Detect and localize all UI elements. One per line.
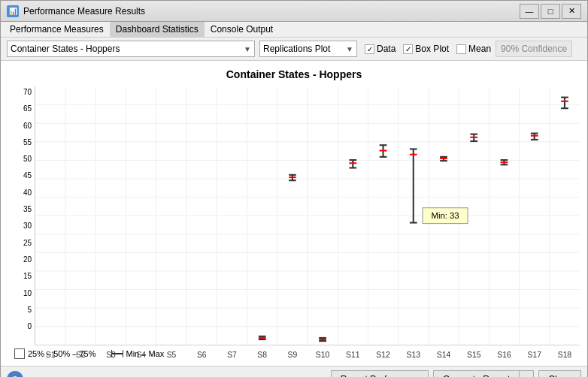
maximize-button[interactable]: □	[541, 4, 560, 19]
legend-quartile-label: 25% – 50% – 75%	[28, 349, 96, 358]
y-label-5: 5	[27, 306, 32, 314]
svg-text:S15: S15	[467, 351, 481, 359]
svg-text:S1: S1	[46, 351, 56, 359]
help-button[interactable]: ?	[7, 371, 23, 377]
svg-text:S18: S18	[558, 351, 572, 359]
generate-report-split-button: Generate Report ▼	[433, 370, 534, 377]
close-window-button[interactable]: ✕	[562, 4, 581, 19]
svg-text:S13: S13	[407, 351, 421, 359]
svg-text:S14: S14	[437, 351, 451, 359]
minimize-button[interactable]: —	[520, 4, 539, 19]
confidence-label: 90% Confidence	[496, 41, 572, 57]
chart-content: 70 65 60 55 50 45 40 35 30 25 20 15 10 5…	[8, 86, 580, 345]
mean-checkbox-item[interactable]: Mean	[456, 44, 491, 54]
y-label-60: 60	[23, 122, 32, 130]
y-axis: 70 65 60 55 50 45 40 35 30 25 20 15 10 5…	[8, 86, 35, 345]
box-plot-checkbox[interactable]: ✓	[403, 44, 413, 54]
bottom-bar: ? Report Preferences Generate Report ▼ C…	[1, 366, 587, 377]
series-dropdown-value: Container States - Hoppers	[11, 44, 241, 54]
svg-text:S7: S7	[227, 351, 237, 359]
svg-text:S5: S5	[167, 351, 177, 359]
y-label-45: 45	[23, 171, 32, 179]
report-preferences-button[interactable]: Report Preferences	[331, 370, 429, 377]
window-title: Performance Measure Results	[23, 6, 145, 17]
y-label-50: 50	[23, 155, 32, 163]
svg-text:S10: S10	[316, 351, 330, 359]
mean-checkbox[interactable]	[456, 44, 466, 54]
box-plot-checkbox-item[interactable]: ✓ Box Plot	[403, 44, 449, 54]
y-label-65: 65	[23, 104, 32, 113]
y-label-15: 15	[23, 272, 32, 280]
plot-area: .gl { stroke: #e0e0e0; stroke-width: 0.5…	[35, 86, 580, 345]
title-bar: 📊 Performance Measure Results — □ ✕	[1, 1, 587, 22]
chart-title: Container States - Hoppers	[8, 68, 580, 80]
app-icon: 📊	[7, 5, 19, 17]
generate-report-button[interactable]: Generate Report	[433, 370, 519, 377]
data-checkbox[interactable]: ✓	[365, 44, 374, 54]
svg-text:Min: 33: Min: 33	[431, 211, 459, 220]
chart-area: Container States - Hoppers 70 65 60 55 5…	[1, 61, 587, 366]
svg-text:S6: S6	[197, 351, 207, 359]
data-checkbox-item[interactable]: ✓ Data	[365, 44, 396, 54]
y-label-30: 30	[23, 222, 32, 230]
box-plot-label: Box Plot	[415, 44, 449, 54]
svg-text:S16: S16	[497, 351, 511, 359]
menu-console-output[interactable]: Console Output	[205, 22, 279, 37]
y-label-55: 55	[23, 138, 32, 146]
y-label-35: 35	[23, 205, 32, 213]
chart-svg: .gl { stroke: #e0e0e0; stroke-width: 0.5…	[35, 86, 580, 345]
svg-text:S4: S4	[136, 351, 146, 359]
series-dropdown[interactable]: Container States - Hoppers ▼	[7, 41, 255, 57]
title-bar-left: 📊 Performance Measure Results	[7, 5, 145, 17]
svg-text:S9: S9	[288, 351, 298, 359]
y-label-25: 25	[23, 239, 32, 247]
toolbar: Container States - Hoppers ▼ Replication…	[1, 38, 587, 61]
plot-type-dropdown[interactable]: Replications Plot ▼	[259, 41, 357, 57]
y-label-10: 10	[23, 289, 32, 297]
svg-text:S12: S12	[376, 351, 390, 359]
menu-performance-measures[interactable]: Performance Measures	[4, 22, 110, 37]
svg-text:S2: S2	[76, 351, 86, 359]
plot-type-arrow: ▼	[343, 45, 353, 53]
svg-text:S11: S11	[346, 351, 360, 359]
svg-text:S8: S8	[257, 351, 267, 359]
svg-text:S17: S17	[528, 351, 542, 359]
y-label-40: 40	[23, 188, 32, 197]
y-label-70: 70	[23, 88, 32, 96]
close-button[interactable]: Close	[538, 370, 581, 377]
series-dropdown-arrow: ▼	[241, 45, 251, 53]
data-label: Data	[377, 44, 396, 54]
plot-type-value: Replications Plot	[263, 44, 343, 54]
legend-box-icon	[14, 348, 25, 359]
menu-dashboard-statistics[interactable]: Dashboard Statistics	[110, 22, 205, 37]
generate-report-dropdown-arrow[interactable]: ▼	[519, 370, 534, 377]
mean-label: Mean	[468, 44, 491, 54]
menu-bar: Performance Measures Dashboard Statistic…	[1, 22, 587, 38]
chart-options: ✓ Data ✓ Box Plot Mean	[365, 44, 491, 54]
main-window: 📊 Performance Measure Results — □ ✕ Perf…	[0, 0, 588, 377]
y-label-20: 20	[23, 255, 32, 264]
svg-text:S3: S3	[106, 351, 116, 359]
y-label-0: 0	[27, 322, 32, 330]
title-buttons: — □ ✕	[520, 4, 581, 19]
